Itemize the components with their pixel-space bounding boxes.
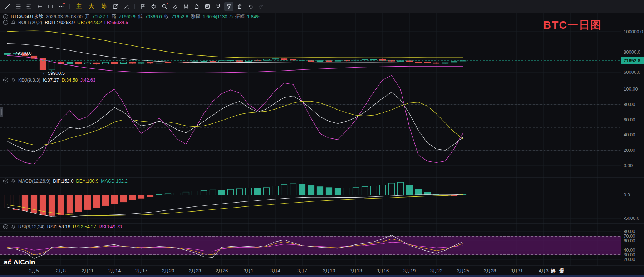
- trash-icon: [236, 3, 243, 10]
- price-tag-tool[interactable]: [149, 2, 158, 11]
- svg-text:← 59900.5: ← 59900.5: [42, 71, 65, 76]
- horizontal-scrollbar[interactable]: [0, 275, 644, 277]
- aicoin-logo: ac AiCoin: [4, 258, 35, 266]
- date-axis[interactable]: [0, 266, 621, 275]
- candle-datetime: 2026-03-25 08:00: [46, 14, 83, 19]
- svg-text:← 79300.0: ← 79300.0: [9, 50, 32, 56]
- collapse-chevron-icon[interactable]: [3, 20, 8, 25]
- boll-lb-value: LB:66034.6: [104, 20, 128, 25]
- indicator-name: BOLL(20,2): [18, 20, 42, 25]
- kdj-j-value: J:42.63: [80, 77, 96, 83]
- main-chart-button[interactable]: 主: [73, 3, 84, 10]
- high-label: 高: [112, 13, 116, 20]
- boll-mid-value: BOLL:70253.9: [45, 20, 75, 25]
- low-value: 70366.0: [145, 14, 162, 19]
- boll-header: BOLL(20,2) BOLL:70253.9 UB:74473.2 LB:66…: [3, 20, 128, 25]
- sliders-icon: [183, 3, 189, 10]
- brush-tool[interactable]: [122, 2, 131, 11]
- brush-icon: [123, 3, 129, 10]
- macd-header: MACD(12,26,9) DIF:152.0 DEA:100.9 MACD:1…: [3, 178, 128, 184]
- collapse-chevron-icon[interactable]: [3, 14, 8, 19]
- axis-extra-buttons: 筹 爆: [551, 268, 564, 274]
- fib-retracement-tool[interactable]: [24, 2, 34, 11]
- note-icon: [204, 3, 211, 10]
- flag-icon: [140, 3, 146, 10]
- zoom-search-tool[interactable]: [160, 2, 169, 11]
- horizontal-lines-icon: [15, 3, 21, 10]
- low-label: 低: [138, 13, 143, 20]
- notes-tool[interactable]: [203, 2, 212, 11]
- panel-drag-handle[interactable]: [0, 107, 3, 117]
- trend-line-tool[interactable]: [3, 2, 12, 11]
- indicator-name: KDJ(9,3,3): [18, 77, 40, 83]
- funnel-icon: [226, 3, 232, 10]
- flag-marker-tool[interactable]: [138, 2, 148, 11]
- boll-ub-value: UB:74473.2: [77, 20, 102, 25]
- close-value: 71652.8: [172, 14, 188, 19]
- horizontal-lines-tool[interactable]: [14, 2, 23, 11]
- trend-line-icon: [4, 3, 11, 10]
- amplitude-value: 1.84%: [247, 14, 260, 19]
- more-tools[interactable]: [56, 2, 66, 11]
- symbol-name: BTC/USDT永续: [11, 13, 43, 20]
- macd-macd-value: MACD:102.2: [101, 178, 127, 184]
- macd-dif-value: DIF:152.0: [53, 178, 73, 184]
- fib-retracement-icon: [26, 3, 32, 10]
- undo-button[interactable]: [246, 2, 255, 11]
- collapse-chevron-icon[interactable]: [3, 178, 8, 184]
- redo-icon: [258, 3, 264, 10]
- open-label: 开: [85, 13, 90, 20]
- price-tag-icon: [151, 3, 157, 10]
- alert-bell-icon[interactable]: [11, 179, 16, 184]
- redo-button[interactable]: [256, 2, 266, 11]
- notification-dot: [167, 3, 168, 4]
- alert-bell-icon[interactable]: [11, 224, 16, 229]
- edit-layout-tool[interactable]: [111, 2, 120, 11]
- close-label: 收: [164, 13, 169, 20]
- logo-mark: ac: [4, 258, 12, 266]
- lock-tool[interactable]: [192, 2, 201, 11]
- rsi3-value: RSI3:49.73: [99, 224, 122, 229]
- collapse-chevron-icon[interactable]: [3, 224, 8, 229]
- chart-watermark: BTC一日图: [543, 18, 602, 33]
- kdj-k-value: K:37.27: [43, 77, 59, 83]
- rsi1-value: RSI1:58.18: [47, 224, 70, 229]
- eraser-tool[interactable]: [171, 2, 180, 11]
- chip-peak-button[interactable]: 筹: [551, 268, 556, 274]
- magnet-tool[interactable]: [213, 2, 223, 11]
- high-value: 71660.9: [119, 14, 136, 19]
- delete-drawings-tool[interactable]: [235, 2, 244, 11]
- change-value: 1.60%(1130.7): [203, 14, 233, 19]
- alert-bell-icon[interactable]: [11, 78, 16, 83]
- kdj-header: KDJ(9,3,3) K:37.27 D:34.58 J:42.63: [3, 77, 95, 83]
- indicator-name: MACD(12,26,9): [18, 178, 50, 184]
- alert-bell-icon[interactable]: [11, 20, 16, 25]
- symbol-header: BTC/USDT永续 2026-03-25 08:00 开70522.1 高71…: [3, 13, 260, 20]
- indicator-settings-tool[interactable]: [181, 2, 191, 11]
- open-value: 70522.1: [92, 14, 109, 19]
- magnet-icon: [215, 3, 221, 10]
- logo-text: AiCoin: [13, 258, 35, 266]
- lock-icon: [193, 3, 200, 10]
- large-view-button[interactable]: 大: [86, 3, 97, 10]
- eraser-icon: [172, 3, 178, 10]
- price-axis[interactable]: [621, 13, 644, 266]
- kdj-d-value: D:34.58: [62, 77, 78, 83]
- chart-canvas[interactable]: 2月52月82月112月142月172月202月232月263月13月43月73…: [0, 0, 644, 277]
- rsi-header: RSI(6,12,24) RSI1:58.18 RSI2:54.27 RSI3:…: [3, 224, 122, 229]
- indicator-name: RSI(6,12,24): [18, 224, 45, 229]
- arrow-left-icon: [36, 3, 43, 10]
- toolbar-divider: [134, 4, 135, 9]
- liquidation-button[interactable]: 爆: [559, 268, 564, 274]
- notification-dot: [63, 3, 65, 4]
- change-label: 涨幅: [191, 13, 200, 20]
- amplitude-label: 振幅: [235, 13, 245, 20]
- rectangle-icon: [47, 3, 54, 10]
- arrow-tool[interactable]: [35, 2, 44, 11]
- rectangle-tool[interactable]: [46, 2, 55, 11]
- macd-dea-value: DEA:100.9: [76, 178, 98, 184]
- chips-button[interactable]: 筹: [98, 3, 109, 10]
- drawing-toolbar: 主 大 筹: [0, 0, 644, 13]
- filter-tool[interactable]: [224, 2, 233, 11]
- collapse-chevron-icon[interactable]: [3, 77, 8, 83]
